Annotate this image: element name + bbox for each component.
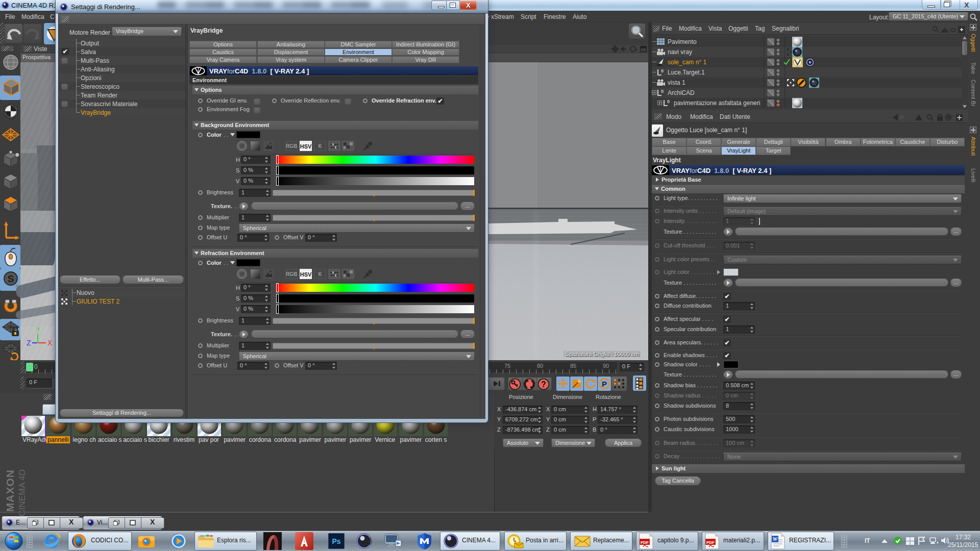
- svg-text:X: X: [47, 339, 52, 347]
- svg-text:Y: Y: [36, 327, 40, 333]
- svg-text:HSV: HSV: [300, 271, 312, 278]
- svg-text:S: S: [8, 273, 14, 284]
- svg-text:HSV: HSV: [300, 143, 312, 149]
- svg-text:RGB: RGB: [286, 143, 297, 149]
- svg-text:PDF: PDF: [706, 540, 715, 545]
- svg-text:RGB: RGB: [286, 271, 297, 277]
- svg-text:Z: Z: [27, 339, 31, 347]
- svg-text:?: ?: [541, 380, 546, 389]
- svg-text:W: W: [773, 536, 778, 542]
- svg-text:P: P: [602, 380, 607, 388]
- svg-text:K: K: [318, 143, 322, 149]
- svg-text:0: 0: [667, 99, 670, 104]
- svg-text:Ps: Ps: [332, 537, 340, 545]
- svg-text:0: 0: [661, 89, 664, 94]
- svg-text:0: 0: [661, 68, 664, 73]
- svg-text:K: K: [318, 271, 322, 277]
- svg-text:PDF: PDF: [641, 540, 649, 545]
